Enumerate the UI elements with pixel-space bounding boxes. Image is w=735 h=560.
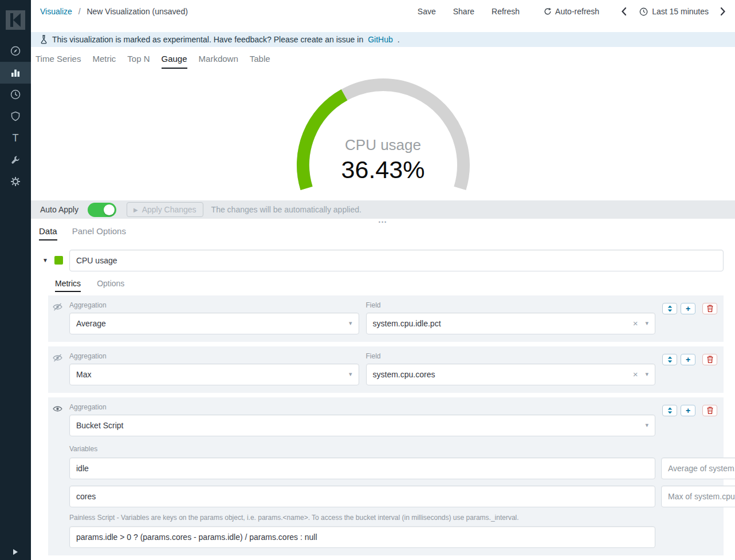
metric-row-buttons: + — [661, 352, 717, 385]
series-color-swatch[interactable] — [54, 256, 63, 265]
field-value: system.cpu.cores — [373, 370, 435, 379]
github-link[interactable]: GitHub — [368, 35, 393, 44]
apply-changes-button[interactable]: ▶ Apply Changes — [127, 202, 203, 217]
time-range-label: Last 15 minutes — [652, 6, 709, 17]
panel-resize-handle[interactable]: ••• — [31, 219, 735, 225]
aggregation-select[interactable]: Average ▾ — [69, 313, 359, 334]
banner-text: This visualization is marked as experime… — [52, 35, 363, 44]
aggregation-value: Average — [76, 319, 106, 328]
sidebar-item-dev-tools[interactable] — [0, 149, 31, 171]
sidebar-collapse-button[interactable] — [0, 549, 31, 555]
series-collapse-caret[interactable]: ▼ — [42, 257, 48, 263]
clear-icon[interactable]: × — [633, 369, 638, 379]
auto-refresh-button[interactable]: Auto-refresh — [544, 6, 599, 17]
reorder-metric-button[interactable] — [662, 354, 677, 365]
painless-script-input[interactable] — [69, 526, 655, 548]
chevron-down-icon: ▾ — [645, 421, 648, 429]
add-metric-button[interactable]: + — [681, 354, 695, 365]
aggregation-value: Max — [76, 370, 91, 379]
metric-row-buttons: + — [661, 403, 717, 548]
share-button[interactable]: Share — [453, 6, 474, 17]
variable-name-input[interactable] — [69, 458, 655, 479]
gear-icon — [10, 176, 21, 187]
refresh-cycle-icon — [544, 7, 552, 15]
reorder-metric-button[interactable] — [662, 405, 677, 416]
variable-row: Max of system.cpu.cores × ▾ + — [69, 486, 655, 507]
aggregation-label: Aggregation — [69, 301, 359, 309]
kibana-app: T — [0, 0, 735, 560]
auto-apply-toggle[interactable] — [88, 203, 116, 217]
field-combo[interactable]: system.cpu.cores × ▾ — [366, 364, 656, 385]
metric-visibility-toggle[interactable] — [53, 352, 69, 385]
breadcrumb: Visualize / New Visualization (unsaved) — [40, 6, 188, 17]
top-bar: Visualize / New Visualization (unsaved) … — [31, 0, 735, 32]
metric-visibility-toggle[interactable] — [53, 301, 69, 334]
time-step-forward-button[interactable] — [720, 7, 726, 16]
sidebar-item-management[interactable] — [0, 171, 31, 192]
series-label-input[interactable] — [69, 250, 724, 271]
apply-changes-label: Apply Changes — [142, 205, 196, 214]
save-button[interactable]: Save — [418, 6, 436, 17]
tab-metrics[interactable]: Metrics — [55, 279, 81, 292]
aggregation-value: Bucket Script — [76, 421, 123, 430]
tab-table[interactable]: Table — [250, 54, 270, 69]
sidebar-item-timelion[interactable] — [0, 84, 31, 105]
gauge-visualization: CPU usage 36.43% — [31, 69, 735, 200]
delete-metric-button[interactable] — [702, 303, 717, 314]
auto-refresh-label: Auto-refresh — [555, 6, 599, 17]
chevron-down-icon[interactable]: ▾ — [645, 320, 648, 327]
variables-block: Variables Average of system.cpu.idle.pct… — [69, 445, 655, 548]
breadcrumb-visualize-link[interactable]: Visualize — [40, 7, 72, 16]
variable-row: Average of system.cpu.idle.pct × ▾ + — [69, 458, 655, 479]
add-metric-button[interactable]: + — [681, 405, 695, 416]
tab-options[interactable]: Options — [97, 279, 124, 292]
sidebar-item-visualize[interactable] — [0, 62, 31, 84]
metric-row-average: Aggregation Average ▾ Field system.cpu.i… — [48, 295, 724, 342]
delete-metric-button[interactable] — [702, 354, 717, 365]
aggregation-select[interactable]: Max ▾ — [69, 364, 359, 385]
auto-apply-label: Auto Apply — [40, 205, 78, 214]
chevron-down-icon: ▾ — [349, 320, 352, 327]
time-picker-button[interactable]: Last 15 minutes — [639, 6, 709, 17]
gauge-title: CPU usage — [345, 136, 421, 154]
delete-metric-button[interactable] — [702, 405, 717, 416]
sidebar-item-security[interactable] — [0, 105, 31, 127]
add-metric-button[interactable]: + — [681, 303, 695, 314]
tab-top-n[interactable]: Top N — [127, 54, 150, 69]
tab-metric[interactable]: Metric — [92, 54, 116, 69]
tab-panel-options[interactable]: Panel Options — [72, 226, 126, 240]
field-value: system.cpu.idle.pct — [373, 319, 441, 328]
experimental-banner: This visualization is marked as experime… — [31, 32, 735, 47]
reorder-metric-button[interactable] — [662, 303, 677, 314]
auto-apply-bar: Auto Apply ▶ Apply Changes The changes w… — [31, 200, 735, 219]
clear-icon[interactable]: × — [633, 318, 638, 328]
field-combo[interactable]: system.cpu.idle.pct × ▾ — [366, 313, 656, 334]
metric-rows: Aggregation Average ▾ Field system.cpu.i… — [48, 295, 724, 555]
kibana-logo[interactable] — [0, 0, 31, 40]
main-content: Visualize / New Visualization (unsaved) … — [31, 0, 735, 560]
tab-gauge[interactable]: Gauge — [162, 54, 187, 69]
metric-row-max: Aggregation Max ▾ Field system.cpu.cores — [48, 346, 724, 393]
aggregation-select[interactable]: Bucket Script ▾ — [69, 415, 655, 436]
chevron-down-icon[interactable]: ▾ — [645, 370, 648, 378]
sort-arrows-icon — [667, 356, 673, 363]
metric-visibility-toggle[interactable] — [53, 403, 69, 548]
sort-arrows-icon — [667, 407, 673, 414]
aggregation-label: Aggregation — [69, 352, 359, 360]
refresh-button[interactable]: Refresh — [492, 6, 520, 17]
tab-time-series[interactable]: Time Series — [36, 54, 81, 69]
trash-icon — [707, 407, 713, 414]
variable-name-input[interactable] — [69, 486, 655, 507]
bar-chart-icon — [10, 67, 21, 78]
gauge-value: 36.43% — [341, 156, 425, 184]
play-icon — [13, 549, 18, 555]
sidebar-item-typography[interactable]: T — [0, 127, 31, 149]
time-step-back-button[interactable] — [621, 7, 627, 16]
eye-slash-icon — [53, 354, 62, 362]
tab-data[interactable]: Data — [39, 226, 57, 240]
series-tabs: Metrics Options — [55, 279, 724, 292]
tab-markdown[interactable]: Markdown — [199, 54, 238, 69]
kibana-logo-icon — [6, 10, 25, 30]
breadcrumb-separator: / — [78, 7, 81, 16]
sidebar-item-discover[interactable] — [0, 40, 31, 62]
